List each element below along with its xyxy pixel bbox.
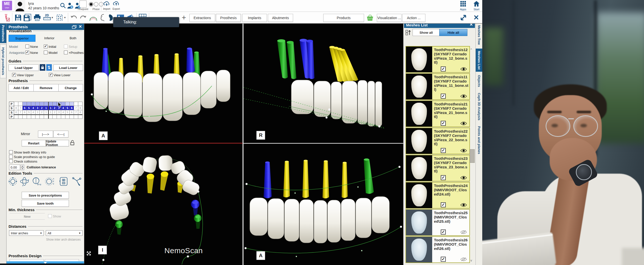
tooth-cell[interactable]: [65, 115, 70, 119]
visibility-eye-icon[interactable]: [460, 94, 467, 98]
tooth-cell[interactable]: [70, 102, 74, 106]
inferior-button[interactable]: Inferior: [37, 35, 62, 41]
tooth-cell[interactable]: [48, 115, 53, 119]
mesh-item[interactable]: ToothProsthesis26 (NMIV\ROOT_Closed\26.s…: [406, 236, 470, 263]
tooth-cell[interactable]: [48, 102, 53, 106]
tooth-cell[interactable]: 8: [78, 110, 83, 115]
print-button[interactable]: [33, 13, 41, 22]
restart-button[interactable]: Restart: [22, 140, 46, 146]
export-button[interactable]: Export: [112, 1, 120, 10]
visibility-eye-icon[interactable]: [460, 121, 467, 126]
antagonist-model-checkbox[interactable]: [44, 51, 48, 54]
visibility-eye-off-icon[interactable]: [460, 230, 467, 234]
tooth-cell[interactable]: 7: [18, 106, 23, 110]
tooth-cell[interactable]: 2: [53, 110, 57, 115]
visibility-eye-off-icon[interactable]: [460, 257, 467, 261]
show-all-button[interactable]: Show all: [413, 29, 440, 36]
check-collisions-checkbox[interactable]: [9, 159, 13, 163]
save-all-button[interactable]: [23, 13, 32, 22]
tooth-cell[interactable]: [35, 115, 40, 119]
implants-button[interactable]: Implants: [242, 14, 267, 22]
tab-meshes-list[interactable]: Meshes List: [476, 49, 482, 72]
tooth-cell[interactable]: [23, 115, 27, 119]
articulator-tool[interactable]: [71, 176, 82, 186]
spin-down-button[interactable]: ▼: [21, 167, 24, 170]
phase-selector[interactable]: [89, 2, 104, 8]
tooth-cell[interactable]: 8: [14, 110, 18, 115]
load-upper-button[interactable]: Load Upper: [9, 64, 39, 71]
scroll-down-chevron[interactable]: v: [470, 258, 472, 262]
antagonist-none-checkbox[interactable]: [25, 51, 29, 54]
visibility-eye-icon[interactable]: [460, 67, 467, 71]
app-logo[interactable]: ME User: [2, 1, 12, 10]
position-unlock-button[interactable]: [70, 140, 75, 146]
tooth-cell[interactable]: 7: [74, 106, 78, 110]
tooth-cell[interactable]: [53, 102, 57, 106]
panel-close-icon[interactable]: ✕: [79, 24, 82, 29]
face-profile-button[interactable]: [99, 13, 106, 22]
tooth-chart[interactable]: P S 8765432112345678 S 8765432112345678 …: [9, 102, 83, 119]
update-position-button[interactable]: Update Position: [46, 140, 69, 146]
view-upper-checkbox[interactable]: [12, 73, 16, 77]
distances-type-dropdown[interactable]: Inter arches▼: [9, 230, 44, 236]
tooth-cell[interactable]: [40, 102, 44, 106]
tooth-cell[interactable]: 1: [44, 110, 48, 115]
superior-button[interactable]: Superior: [9, 35, 35, 42]
tooth-cell[interactable]: 4: [31, 106, 35, 110]
tooth-cell[interactable]: 2: [40, 110, 44, 115]
viewport-divider-vertical[interactable]: [243, 23, 244, 265]
visibility-sort-button[interactable]: [406, 29, 411, 36]
min-thickness-new-button[interactable]: New: [10, 213, 45, 220]
tooth-cell[interactable]: 8: [78, 106, 83, 110]
tooth-cell[interactable]: 3: [57, 110, 61, 115]
tooth-cell[interactable]: [40, 115, 44, 119]
guides-swap-button[interactable]: [46, 64, 52, 71]
mesh-checkbox[interactable]: [441, 230, 446, 235]
tooth-cell[interactable]: 4: [61, 110, 65, 115]
tooth-cell[interactable]: [70, 115, 74, 119]
tooth-cell[interactable]: 6: [23, 106, 27, 110]
tooth-cell[interactable]: 6: [70, 110, 74, 115]
search-patient-button[interactable]: [60, 3, 66, 10]
load-lower-button[interactable]: Load Lower: [53, 64, 83, 71]
axis-xyz-tool[interactable]: XYZ: [45, 176, 55, 186]
tooth-cell[interactable]: [74, 115, 78, 119]
tooth-cell[interactable]: [53, 115, 57, 119]
implant-check-button[interactable]: [2, 13, 11, 22]
import-button[interactable]: Import: [103, 1, 111, 10]
scroll-up-chevron[interactable]: ^: [470, 48, 472, 51]
mesh-item[interactable]: ToothProsthesis23 (SKYN\F7 Cerrados\Piez…: [406, 155, 470, 181]
tooth-cell[interactable]: 1: [44, 106, 48, 110]
mesh-item[interactable]: ToothProsthesis12 (SKYN\F7 Cerrados\Piez…: [406, 46, 470, 73]
save-prescriptions-button[interactable]: Save to prescriptions: [22, 192, 69, 199]
visibility-eye-icon[interactable]: [460, 148, 467, 153]
tooth-cell[interactable]: 8: [14, 106, 18, 110]
tooth-cell[interactable]: [78, 115, 83, 119]
tooth-cell[interactable]: [35, 102, 40, 106]
viewport-divider-horizontal[interactable]: [244, 143, 403, 144]
tooth-cell[interactable]: 5: [27, 106, 31, 110]
tooth-cell[interactable]: 3: [35, 110, 40, 115]
tooth-cell[interactable]: 1: [48, 106, 53, 110]
meshes-scrollbar-thumb[interactable]: [470, 149, 475, 163]
mesh-item[interactable]: ToothProsthesis25 (NMIV\ROOT_Closed\25.s…: [406, 209, 470, 236]
tab-hybrid-prosthesis[interactable]: Hybrid prosthesis: [0, 44, 6, 78]
redo-button[interactable]: [79, 13, 87, 22]
mesh-checkbox[interactable]: [441, 175, 446, 180]
products-button[interactable]: Products: [323, 14, 364, 22]
mesh-checkbox[interactable]: [441, 148, 446, 153]
tooth-cell[interactable]: 5: [65, 106, 70, 110]
tooth-cell[interactable]: [14, 102, 18, 106]
tab-points-and-planes[interactable]: Points and planes: [476, 124, 482, 156]
tooth-cell[interactable]: [31, 102, 35, 106]
save-tooth-button[interactable]: Save tooth: [22, 200, 69, 207]
tooth-cell[interactable]: 7: [74, 110, 78, 115]
visibility-eye-icon[interactable]: [460, 176, 467, 180]
tooth-cell[interactable]: [44, 115, 48, 119]
tooth-cell[interactable]: [27, 102, 31, 106]
mesh-item[interactable]: ToothProsthesis21 (SKYN\F7 Cerrados\Piez…: [406, 100, 470, 127]
tooth-cell[interactable]: [74, 102, 78, 106]
undo-button[interactable]: [70, 13, 78, 22]
timepoint-box[interactable]: [79, 1, 87, 8]
mesh-item[interactable]: ToothProsthesis22 (SKYN\F7 Cerrados\Piez…: [406, 128, 470, 154]
